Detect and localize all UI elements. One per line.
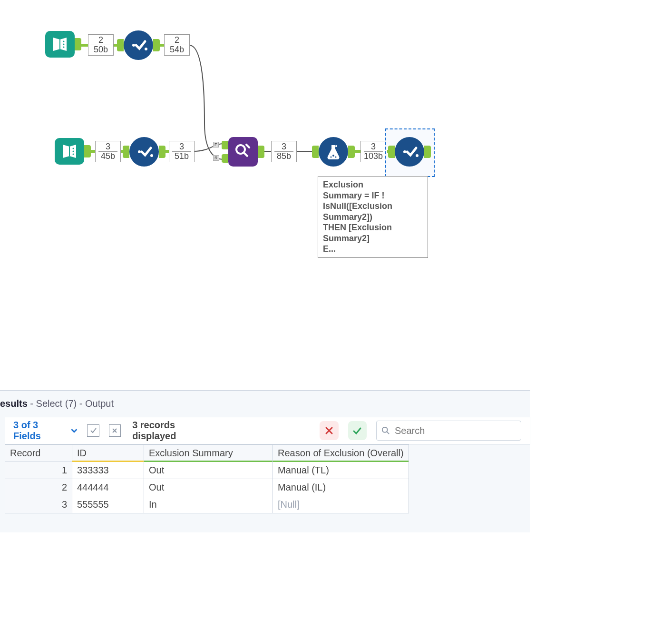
svg-point-25	[332, 155, 334, 157]
results-panel: esults - Select (7) - Output 3 of 3 Fiel…	[0, 390, 530, 532]
check-icon	[352, 426, 362, 435]
record-badge-4: 3 51b	[169, 141, 195, 162]
record-badge-1: 2 50b	[88, 34, 114, 56]
text-input-tool-1[interactable]	[45, 31, 75, 58]
record-count: 3	[98, 142, 117, 152]
book-icon	[60, 142, 79, 161]
flask-icon	[324, 142, 343, 161]
metadata-toggle-button[interactable]	[87, 424, 99, 437]
record-badge-6: 3 103b	[360, 141, 386, 162]
results-header: esults - Select (7) - Output	[0, 391, 530, 417]
anchor-f-label: F	[213, 142, 219, 147]
search-input[interactable]	[394, 425, 516, 437]
select-check-icon	[400, 142, 419, 161]
record-count: 3	[172, 142, 191, 152]
record-size: 45b	[98, 152, 117, 161]
results-toolbar: 3 of 3 Fields 3 records displayed	[5, 417, 530, 444]
fields-dropdown-label: 3 of 3 Fields	[13, 420, 67, 442]
workflow-canvas[interactable]: 2 50b 2 54b 3 45b	[0, 0, 672, 390]
cell-reason: Manual (IL)	[273, 479, 409, 496]
x-icon	[324, 426, 334, 435]
col-reason[interactable]: Reason of Exclusion (Overall)	[273, 445, 409, 462]
filter-errors-button[interactable]	[320, 421, 338, 440]
formula-annotation: Exclusion Summary = IF ! IsNull([Exclusi…	[318, 176, 428, 258]
svg-point-29	[403, 150, 406, 153]
col-record[interactable]: Record	[5, 445, 72, 462]
svg-point-18	[73, 151, 74, 152]
cell-excl: Out	[144, 462, 273, 479]
svg-point-28	[335, 145, 337, 147]
record-badge-5: 3 85b	[271, 141, 297, 162]
find-replace-tool[interactable]: F R	[228, 137, 258, 167]
record-size: 85b	[274, 152, 293, 161]
search-box[interactable]	[376, 421, 521, 441]
svg-point-11	[63, 41, 65, 42]
fields-dropdown[interactable]: 3 of 3 Fields	[13, 420, 78, 442]
record-size: 103b	[364, 152, 383, 161]
select-tool-2[interactable]	[129, 137, 159, 167]
svg-point-27	[335, 157, 337, 158]
svg-point-26	[331, 157, 332, 158]
results-table: Record ID Exclusion Summary Reason of Ex…	[5, 444, 409, 513]
select-tool-3[interactable]	[395, 137, 424, 167]
record-size: 54b	[167, 45, 186, 54]
table-row[interactable]: 1 333333 Out Manual (TL)	[5, 462, 409, 479]
text-input-tool-2[interactable]	[55, 138, 84, 165]
record-size: 50b	[91, 45, 110, 54]
formula-tool[interactable]	[319, 137, 348, 167]
svg-point-12	[63, 44, 65, 45]
results-subtitle: - Select (7) - Output	[28, 398, 114, 409]
results-title: esults	[0, 398, 28, 409]
close-cell-button[interactable]	[109, 424, 121, 437]
svg-rect-24	[245, 143, 250, 148]
anchor-r-label: R	[213, 155, 219, 161]
cell-excl: In	[144, 496, 273, 513]
svg-point-14	[132, 44, 135, 47]
svg-point-13	[63, 47, 65, 48]
svg-point-30	[416, 154, 419, 157]
cell-record: 1	[5, 462, 72, 479]
col-exclusion-summary[interactable]: Exclusion Summary	[144, 445, 273, 462]
record-count: 3	[364, 142, 383, 152]
select-check-icon	[129, 36, 148, 55]
cell-reason: [Null]	[273, 496, 409, 513]
record-count: 2	[91, 36, 110, 45]
table-row[interactable]: 3 555555 In [Null]	[5, 496, 409, 513]
record-size: 51b	[172, 152, 191, 161]
record-count: 2	[167, 36, 186, 45]
table-row[interactable]: 2 444444 Out Manual (IL)	[5, 479, 409, 496]
col-id[interactable]: ID	[72, 445, 144, 462]
book-icon	[50, 35, 69, 54]
chevron-down-icon	[71, 427, 78, 434]
cell-id: 333333	[72, 462, 144, 479]
cell-reason: Manual (TL)	[273, 462, 409, 479]
records-displayed-label: 3 records displayed	[132, 420, 220, 442]
find-replace-icon	[234, 142, 253, 161]
record-badge-3: 3 45b	[95, 141, 121, 162]
svg-point-15	[145, 48, 147, 50]
cell-id: 444444	[72, 479, 144, 496]
svg-line-32	[387, 432, 390, 434]
svg-point-31	[382, 427, 388, 433]
svg-point-19	[73, 154, 74, 155]
svg-point-17	[73, 148, 74, 149]
table-header-row: Record ID Exclusion Summary Reason of Ex…	[5, 445, 409, 462]
cell-record: 3	[5, 496, 72, 513]
svg-point-20	[138, 150, 141, 153]
record-badge-2: 2 54b	[164, 34, 190, 56]
cell-excl: Out	[144, 479, 273, 496]
svg-point-21	[150, 154, 153, 157]
record-count: 3	[274, 142, 293, 152]
search-icon	[381, 426, 390, 435]
cell-record: 2	[5, 479, 72, 496]
cell-id: 555555	[72, 496, 144, 513]
svg-line-23	[243, 152, 248, 157]
select-tool-1[interactable]	[124, 30, 153, 60]
select-check-icon	[135, 142, 154, 161]
filter-ok-button[interactable]	[348, 421, 367, 440]
